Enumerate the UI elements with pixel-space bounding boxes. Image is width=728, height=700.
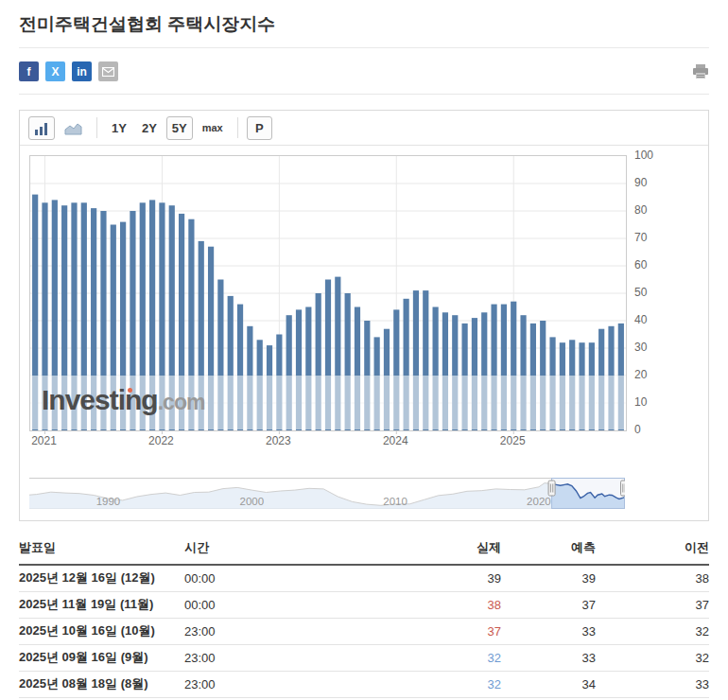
period-p-button[interactable]: P bbox=[247, 116, 272, 140]
forecast-cell: 33 bbox=[501, 624, 596, 639]
bar-chart-type-button[interactable] bbox=[28, 116, 55, 140]
y-tick-label: 20 bbox=[634, 368, 647, 381]
plot-area[interactable]: Investing.com bbox=[29, 155, 627, 431]
results-table: 발표일 시간 실제 예측 이전 2025년 12월 16일 (12월)00:00… bbox=[19, 533, 709, 700]
date-cell: 2025년 10월 16일 (10월) bbox=[19, 622, 184, 639]
y-tick-label: 60 bbox=[634, 258, 647, 271]
x-tick-label: 2021 bbox=[23, 434, 64, 447]
table-row: 2025년 09월 16일 (9월)23:00323332 bbox=[19, 645, 709, 672]
y-tick-label: 50 bbox=[634, 286, 647, 299]
share-email-button[interactable] bbox=[98, 61, 118, 81]
previous-cell: 32 bbox=[596, 651, 709, 665]
chart-toolbar: 1Y 2Y 5Y max P bbox=[20, 111, 708, 146]
header-time: 시간 bbox=[184, 539, 307, 556]
navigator-year-label: 1990 bbox=[96, 496, 121, 507]
print-button[interactable] bbox=[692, 64, 709, 79]
previous-cell: 38 bbox=[596, 571, 709, 586]
range-1y-button[interactable]: 1Y bbox=[106, 116, 132, 140]
table-row: 2025년 11월 19일 (11월)00:00383737 bbox=[19, 592, 709, 619]
header-date: 발표일 bbox=[19, 539, 184, 556]
time-cell: 23:00 bbox=[184, 624, 307, 639]
forecast-cell: 33 bbox=[501, 651, 596, 665]
header-forecast: 예측 bbox=[501, 539, 596, 556]
x-tick-label: 2025 bbox=[492, 434, 533, 447]
x-tick-label: 2024 bbox=[374, 434, 416, 447]
y-tick-label: 100 bbox=[634, 149, 653, 162]
linkedin-icon: in bbox=[77, 66, 87, 78]
watermark: Investing.com bbox=[30, 376, 626, 429]
table-body: 2025년 12월 16일 (12월)00:003939382025년 11월 … bbox=[19, 566, 709, 700]
previous-cell: 32 bbox=[596, 624, 709, 639]
share-linkedin-button[interactable]: in bbox=[72, 61, 92, 81]
previous-cell: 33 bbox=[596, 677, 709, 691]
time-cell: 00:00 bbox=[184, 598, 307, 612]
navigator-year-label: 2000 bbox=[240, 496, 265, 507]
actual-cell: 39 bbox=[307, 571, 501, 586]
table-row: 2025년 10월 16일 (10월)23:00373332 bbox=[19, 619, 709, 645]
table-row: 2025년 08월 18일 (8월)23:00323433 bbox=[19, 672, 709, 698]
table-row: 2025년 12월 16일 (12월)00:00393938 bbox=[19, 566, 709, 592]
range-5y-button[interactable]: 5Y bbox=[166, 116, 193, 140]
navigator[interactable]: 1990200020102020 bbox=[29, 478, 625, 510]
date-cell: 2025년 08월 18일 (8월) bbox=[19, 675, 184, 692]
time-cell: 23:00 bbox=[184, 677, 307, 691]
time-cell: 00:00 bbox=[184, 571, 307, 586]
facebook-icon: f bbox=[27, 66, 31, 78]
navigator-year-label: 2010 bbox=[383, 496, 407, 507]
toolbar-separator bbox=[237, 117, 238, 138]
logo-dot bbox=[128, 388, 132, 393]
navigator-chart[interactable]: 1990200020102020 bbox=[29, 478, 625, 510]
navigator-year-label: 2020 bbox=[527, 496, 551, 507]
range-max-button[interactable]: max bbox=[197, 116, 229, 140]
y-tick-label: 30 bbox=[634, 341, 647, 354]
printer-icon bbox=[692, 64, 709, 79]
logo-suffix-text: .com bbox=[158, 390, 205, 414]
investing-logo: Investing.com bbox=[30, 376, 626, 416]
forecast-cell: 39 bbox=[501, 571, 596, 586]
area-chart-icon bbox=[64, 121, 82, 135]
date-cell: 2025년 12월 16일 (12월) bbox=[19, 569, 184, 586]
header-actual: 실제 bbox=[307, 539, 501, 556]
y-tick-label: 90 bbox=[634, 176, 647, 189]
y-tick-label: 70 bbox=[634, 231, 647, 244]
y-tick-label: 10 bbox=[634, 395, 647, 409]
chart-widget: 1Y 2Y 5Y max P Investing.com 01020304050… bbox=[19, 110, 709, 521]
date-cell: 2025년 09월 16일 (9월) bbox=[19, 649, 184, 666]
actual-cell: 32 bbox=[307, 677, 501, 691]
email-icon bbox=[102, 67, 114, 77]
navigator-left-handle[interactable] bbox=[548, 481, 555, 496]
bar-chart-icon bbox=[34, 121, 49, 135]
area-chart-type-button[interactable] bbox=[59, 116, 88, 140]
y-tick-label: 40 bbox=[634, 313, 647, 326]
page-title: 전미주택건설협회 주택시장지수 bbox=[19, 0, 709, 47]
range-2y-button[interactable]: 2Y bbox=[136, 116, 163, 140]
chart-region: Investing.com 0102030405060708090100 202… bbox=[20, 146, 708, 520]
navigator-right-handle[interactable] bbox=[621, 481, 626, 496]
table-header-row: 발표일 시간 실제 예측 이전 bbox=[19, 533, 709, 566]
share-bar: f X in bbox=[19, 47, 709, 95]
actual-cell: 38 bbox=[307, 598, 501, 612]
previous-cell: 37 bbox=[596, 598, 709, 612]
time-cell: 23:00 bbox=[184, 651, 307, 665]
actual-cell: 37 bbox=[307, 624, 501, 639]
forecast-cell: 37 bbox=[501, 598, 596, 612]
x-tick-label: 2023 bbox=[257, 434, 299, 447]
y-tick-label: 80 bbox=[634, 203, 647, 217]
actual-cell: 32 bbox=[307, 651, 501, 665]
x-icon: X bbox=[51, 66, 59, 78]
date-cell: 2025년 11월 19일 (11월) bbox=[19, 596, 184, 613]
header-previous: 이전 bbox=[596, 539, 709, 556]
y-tick-label: 0 bbox=[634, 423, 641, 436]
toolbar-separator bbox=[96, 117, 97, 138]
share-facebook-button[interactable]: f bbox=[19, 61, 39, 81]
forecast-cell: 34 bbox=[501, 677, 596, 691]
x-tick-label: 2022 bbox=[140, 434, 182, 447]
share-x-button[interactable]: X bbox=[45, 61, 65, 81]
logo-brand-text: Investing bbox=[42, 384, 158, 415]
